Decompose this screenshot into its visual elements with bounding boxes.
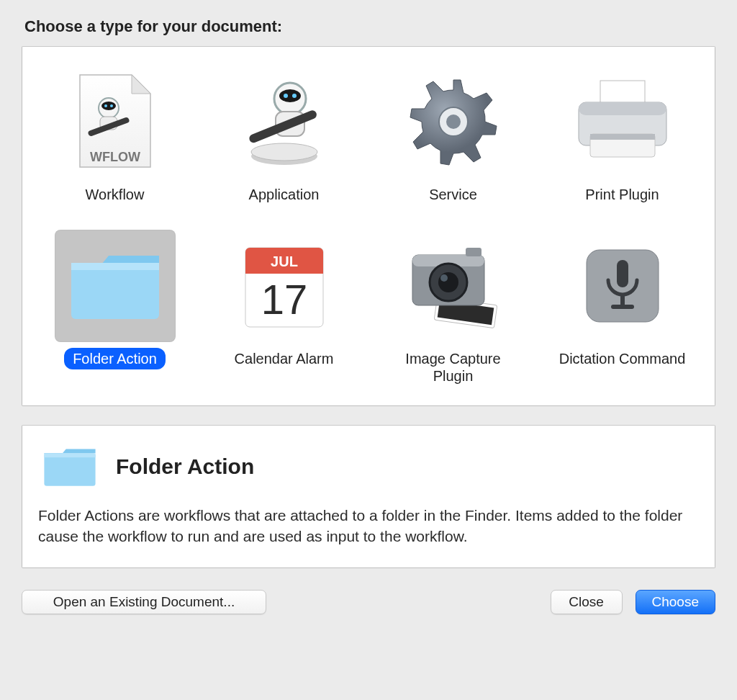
printer-icon [562,66,683,178]
type-label: Print Plugin [577,184,667,205]
type-label: Calendar Alarm [226,348,343,369]
gear-icon [393,66,514,178]
svg-rect-19 [579,102,666,115]
application-icon [224,66,345,178]
type-label: Folder Action [64,348,166,369]
type-application[interactable]: Application [207,66,361,205]
svg-rect-41 [611,305,634,309]
svg-point-8 [279,89,301,102]
calendar-icon: JUL 17 [224,230,345,342]
description-body: Folder Actions are workflows that are at… [38,505,699,547]
svg-rect-21 [590,134,655,140]
open-existing-button[interactable]: Open an Existing Document... [22,590,266,614]
svg-rect-22 [71,263,159,319]
svg-point-34 [438,272,458,292]
type-label: Workflow [77,184,153,205]
type-image-capture[interactable]: Image Capture Plugin [376,230,530,387]
svg-point-35 [440,274,448,282]
type-label: Image Capture Plugin [376,348,530,387]
folder-icon [55,230,176,342]
svg-rect-36 [466,248,481,256]
svg-point-3 [110,104,113,107]
svg-point-16 [446,115,461,129]
type-service[interactable]: Service [376,66,530,205]
microphone-icon [562,230,683,342]
type-label: Dictation Command [551,348,695,369]
close-button[interactable]: Close [551,590,623,614]
camera-icon [393,230,514,342]
choose-button[interactable]: Choose [636,590,716,614]
svg-rect-26 [245,269,323,274]
svg-rect-39 [617,260,628,287]
svg-rect-42 [44,453,95,486]
svg-point-10 [292,94,297,98]
type-print-plugin[interactable]: Print Plugin [546,66,699,205]
type-label: Application [240,184,328,205]
svg-rect-43 [44,453,95,457]
types-grid: WFLOW Workflow Application [22,46,715,406]
svg-point-9 [284,94,288,98]
template-chooser-dialog: Choose a type for your document: [0,0,737,630]
svg-text:17: 17 [261,276,307,323]
svg-point-2 [104,104,107,107]
dialog-heading: Choose a type for your document: [24,17,713,36]
svg-rect-40 [620,295,625,306]
type-folder-action[interactable]: Folder Action [38,230,191,387]
workflow-icon: WFLOW [55,66,176,178]
type-calendar-alarm[interactable]: JUL 17 Calendar Alarm [207,230,361,387]
type-workflow[interactable]: WFLOW Workflow [38,66,191,205]
folder-icon [38,441,101,492]
svg-rect-17 [600,81,645,105]
svg-rect-23 [71,263,159,270]
type-label: Service [420,184,486,205]
svg-text:JUL: JUL [271,253,298,269]
svg-point-1 [101,102,116,110]
button-row: Open an Existing Document... Close Choos… [22,590,715,614]
svg-text:WFLOW: WFLOW [90,150,140,164]
svg-point-14 [251,143,317,161]
description-panel: Folder Action Folder Actions are workflo… [22,425,715,568]
description-title: Folder Action [116,454,254,479]
type-dictation[interactable]: Dictation Command [546,230,699,387]
